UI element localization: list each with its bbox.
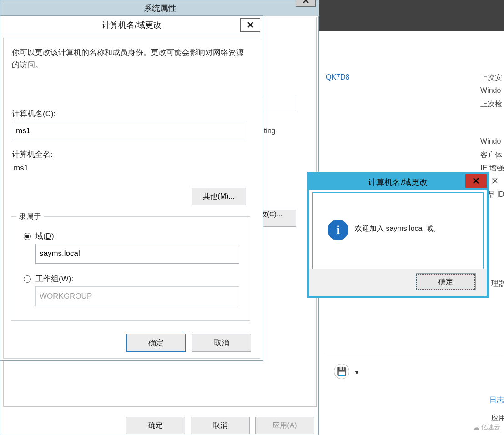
- divider: [326, 355, 504, 355]
- name-domain-change-dialog: 计算机名/域更改 ✕ 你可以更改该计算机的名称和成员身份。更改可能会影响对网络资…: [0, 15, 263, 361]
- msgbox-ok-button[interactable]: 确定: [416, 274, 475, 290]
- more-button-label: 其他(M)...: [203, 192, 234, 200]
- label-last-check: 上次检: [480, 100, 502, 109]
- change-c-button[interactable]: 攻(C)...: [260, 210, 296, 227]
- msgbox-text: 欢迎加入 sayms.local 域。: [355, 224, 440, 234]
- domain-input[interactable]: [35, 244, 239, 264]
- name-change-cancel-button[interactable]: 取消: [192, 334, 251, 352]
- label-last-install: 上次安: [480, 73, 502, 83]
- label-customer: 客户体: [480, 150, 502, 160]
- full-name-value: ms1: [14, 164, 28, 173]
- computer-name-label: 计算机名(C):: [12, 109, 55, 119]
- msgbox-title: 计算机名/域更改: [309, 174, 487, 190]
- member-of-legend: 隶属于: [16, 212, 44, 221]
- label-app: 应用: [491, 414, 504, 423]
- msgbox-close-button[interactable]: ✕: [465, 174, 487, 188]
- computer-link[interactable]: QK7D8: [326, 73, 349, 81]
- watermark: ☁ 亿速云: [473, 423, 500, 431]
- domain-radio-label: 域(D):: [35, 231, 56, 241]
- sysprops-ok-button[interactable]: 确定: [126, 417, 185, 434]
- name-change-title: 计算机名/域更改: [0, 16, 263, 34]
- name-change-close-button[interactable]: ✕: [240, 18, 260, 32]
- sysprops-apply-button: 应用(A): [255, 417, 314, 434]
- close-icon: ✕: [302, 0, 310, 6]
- system-properties-close-button[interactable]: ✕: [296, 0, 316, 7]
- info-icon: i: [328, 220, 348, 240]
- save-icon[interactable]: 💾: [334, 364, 349, 379]
- workgroup-radio[interactable]: [24, 275, 31, 283]
- more-button[interactable]: 其他(M)...: [192, 188, 246, 205]
- label-processor: 理器: [491, 279, 504, 289]
- domain-radio[interactable]: [24, 233, 31, 240]
- computer-name-input[interactable]: [12, 122, 247, 140]
- domain-radio-row[interactable]: 域(D):: [24, 231, 56, 241]
- label-windo2: Windo: [480, 137, 501, 145]
- full-name-label: 计算机全名:: [12, 149, 53, 160]
- link-log[interactable]: 日志: [489, 395, 504, 405]
- label-product-id: 品 ID: [488, 190, 504, 200]
- close-icon: ✕: [247, 20, 254, 30]
- workgroup-input: [35, 286, 239, 306]
- workgroup-radio-row[interactable]: 工作组(W):: [24, 274, 73, 284]
- workgroup-radio-label: 工作组(W):: [35, 274, 73, 284]
- system-properties-title: 系统属性: [0, 0, 319, 16]
- label-windows: Windo: [480, 86, 501, 95]
- chevron-down-icon[interactable]: ▼: [354, 369, 360, 376]
- name-change-description: 你可以更改该计算机的名称和成员身份。更改可能会影响对网络资源的访问。: [12, 46, 248, 71]
- name-change-ok-button[interactable]: 确定: [126, 334, 186, 352]
- sysprops-cancel-button[interactable]: 取消: [191, 417, 250, 434]
- label-zone: 区: [491, 177, 499, 186]
- welcome-msgbox: 计算机名/域更改 ✕ i 欢迎加入 sayms.local 域。 确定: [307, 172, 489, 298]
- close-icon: ✕: [472, 175, 480, 186]
- cloud-icon: ☁: [473, 424, 479, 431]
- network-id-box[interactable]: [260, 95, 296, 111]
- name-change-body: 你可以更改该计算机的名称和成员身份。更改可能会影响对网络资源的访问。 计算机名(…: [3, 38, 260, 359]
